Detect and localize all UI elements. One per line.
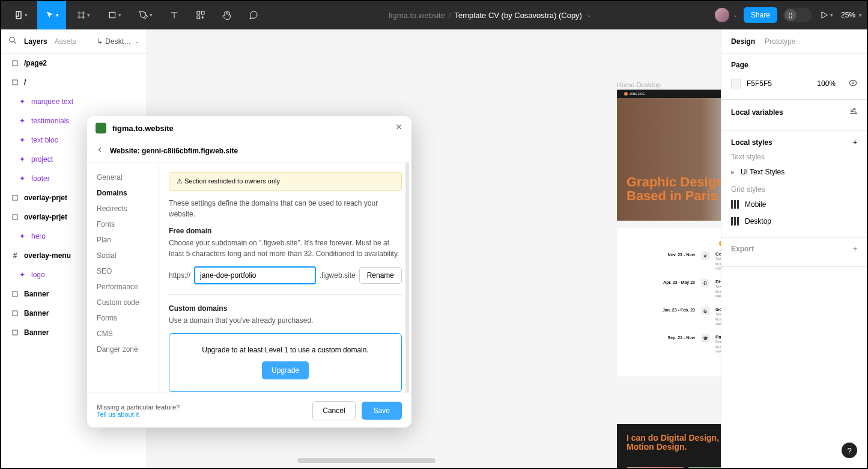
- layer-item[interactable]: /page2: [1, 54, 147, 73]
- close-icon[interactable]: [395, 123, 403, 133]
- scrollbar-vertical[interactable]: [405, 162, 409, 393]
- page-section-head: Page: [731, 61, 857, 69]
- svg-rect-10: [13, 311, 17, 316]
- back-icon[interactable]: [96, 146, 104, 156]
- chevron-down-icon[interactable]: ⌄: [587, 12, 592, 18]
- settings-nav-item[interactable]: Forms: [87, 310, 159, 326]
- breadcrumb-separator: /: [449, 11, 451, 20]
- frame-icon: [11, 78, 19, 87]
- background-color-row[interactable]: F5F5F5 100%: [731, 75, 857, 92]
- layer-label: logo: [31, 271, 45, 279]
- subdomain-input[interactable]: [194, 266, 316, 284]
- frame-icon: [11, 59, 19, 67]
- plugin-logo: [96, 123, 106, 133]
- timeline-row: Sep. 21 - Now🎓Paris School of DesignDegr…: [629, 334, 721, 354]
- frame-icon: [11, 194, 19, 202]
- shape-tool[interactable]: ▾: [100, 1, 129, 29]
- grid-style-desktop[interactable]: Desktop: [731, 213, 857, 230]
- present-button[interactable]: ▾: [818, 1, 835, 29]
- frame-icon: #: [11, 251, 19, 260]
- settings-nav-item[interactable]: Custom code: [87, 295, 159, 310]
- settings-nav-item[interactable]: Fonts: [87, 216, 159, 232]
- settings-nav-item[interactable]: CMS: [87, 326, 159, 342]
- text-tool[interactable]: [162, 1, 186, 29]
- comment-tool[interactable]: [241, 1, 266, 29]
- upgrade-button[interactable]: Upgrade: [262, 361, 309, 379]
- frame-icon: [11, 290, 19, 298]
- scrollbar-horizontal[interactable]: [297, 458, 436, 463]
- prototype-tab[interactable]: Prototype: [765, 37, 795, 46]
- settings-nav-item[interactable]: Social: [87, 248, 159, 263]
- component-icon: ✦: [18, 136, 26, 144]
- right-panel: Design Prototype Page F5F5F5 100% Local …: [721, 29, 867, 468]
- move-tool[interactable]: ▾: [37, 1, 66, 29]
- layer-label: footer: [31, 174, 50, 183]
- component-icon: ✦: [18, 271, 26, 279]
- design-tab[interactable]: Design: [731, 37, 755, 46]
- frame-tool[interactable]: ▾: [68, 1, 97, 29]
- component-icon: ✦: [18, 174, 26, 183]
- layer-label: hero: [31, 232, 46, 241]
- plus-icon[interactable]: +: [853, 245, 857, 253]
- pen-tool[interactable]: ▾: [131, 1, 160, 29]
- avatar: [715, 8, 729, 22]
- settings-nav-item[interactable]: General: [87, 170, 159, 185]
- settings-nav-item[interactable]: Redirects: [87, 201, 159, 216]
- svg-rect-8: [13, 215, 17, 219]
- text-style-item[interactable]: ▸ UI Text Styles: [731, 164, 857, 180]
- rename-button[interactable]: Rename: [359, 267, 402, 284]
- owner-warning: ⚠ Section restricted to owners only: [169, 172, 402, 191]
- settings-nav-item[interactable]: Danger zone: [87, 342, 159, 357]
- export-head[interactable]: Export +: [731, 245, 857, 253]
- hand-tool[interactable]: [215, 1, 239, 29]
- text-styles-subhead: Text styles: [731, 153, 857, 161]
- settings-nav-item[interactable]: Plan: [87, 232, 159, 248]
- grid-icon: [731, 200, 739, 209]
- share-button[interactable]: Share: [744, 7, 777, 23]
- frame-icon: [11, 328, 19, 337]
- help-button[interactable]: ?: [842, 443, 857, 458]
- page-selector[interactable]: ↳ Deskt… ⌄: [97, 37, 139, 46]
- file-breadcrumb[interactable]: figma.to.website / Template CV (by Cosav…: [268, 11, 712, 20]
- layer-label: marquee text: [31, 97, 73, 106]
- upgrade-message: Upgrade to at least Level 1 to use a cus…: [181, 346, 389, 354]
- assets-tab[interactable]: Assets: [55, 37, 76, 46]
- layer-item[interactable]: /: [1, 73, 147, 92]
- menu-button[interactable]: ▾: [6, 1, 35, 29]
- svg-rect-2: [201, 11, 204, 14]
- settings-nav-item[interactable]: SEO: [87, 263, 159, 279]
- protocol-label: https://: [169, 271, 190, 280]
- color-swatch[interactable]: [731, 79, 741, 88]
- canvas-frame-projects[interactable]: I can do Digital Design, Branding andMot…: [617, 424, 721, 468]
- resources-tool[interactable]: [189, 1, 213, 29]
- local-variables-head[interactable]: Local variables: [731, 107, 857, 117]
- chevron-right-icon: ▸: [731, 168, 735, 176]
- cancel-button[interactable]: Cancel: [312, 401, 355, 420]
- search-icon[interactable]: [8, 36, 17, 46]
- layer-label: /page2: [24, 59, 47, 67]
- dev-mode-toggle[interactable]: ⟨⟩: [783, 8, 812, 22]
- settings-nav-item[interactable]: Performance: [87, 279, 159, 295]
- visibility-icon[interactable]: [849, 79, 857, 89]
- svg-rect-5: [13, 61, 17, 66]
- settings-icon[interactable]: [849, 107, 857, 117]
- save-button[interactable]: Save: [362, 402, 402, 420]
- component-icon: ✦: [18, 117, 26, 125]
- frame-label[interactable]: Home Desktop: [617, 81, 661, 88]
- settings-nav-item[interactable]: Domains: [87, 185, 159, 201]
- user-menu[interactable]: ⌄: [715, 8, 738, 22]
- plugin-modal: figma.to.website Website: genni-c8ii6cbf…: [87, 116, 411, 428]
- missing-feature-text: Missing a particular feature?: [97, 403, 180, 411]
- settings-sidebar: GeneralDomainsRedirectsFontsPlanSocialSE…: [87, 162, 159, 393]
- canvas-frame-timeline[interactable]: Experience Nov. 23 - Now#CosaVostraType …: [617, 228, 721, 376]
- grid-style-mobile[interactable]: Mobile: [731, 196, 857, 213]
- timeline-row: Jan. 23 - Feb. 23GGoogleType of company,…: [629, 307, 721, 326]
- canvas-frame-hero[interactable]: JANE DOE Experience. Projects. Skills. C…: [617, 90, 721, 221]
- layer-item[interactable]: ✦marquee text: [1, 92, 147, 111]
- svg-point-14: [852, 111, 853, 112]
- plus-icon[interactable]: +: [853, 138, 857, 147]
- layer-label: overlay-prjet: [24, 194, 67, 202]
- layers-tab[interactable]: Layers: [24, 37, 47, 46]
- tell-us-link[interactable]: Tell us about it: [97, 411, 180, 418]
- zoom-menu[interactable]: 25%▾: [841, 11, 862, 19]
